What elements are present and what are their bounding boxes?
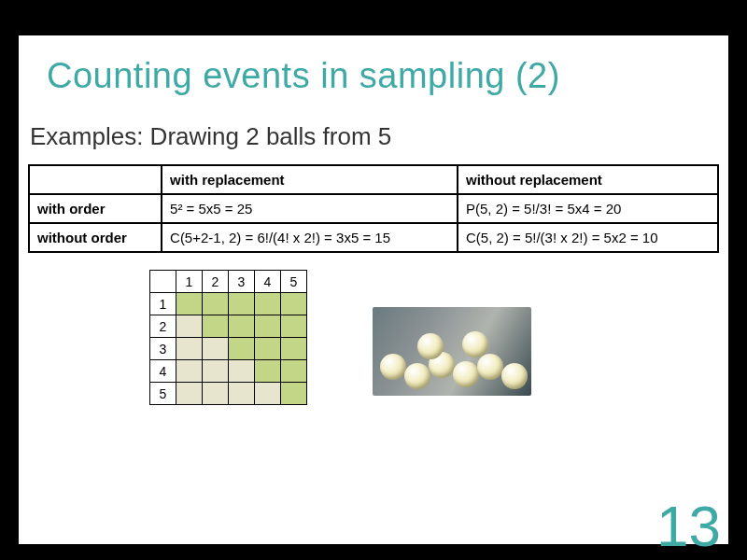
slide-subtitle: Examples: Drawing 2 balls from 5	[19, 105, 728, 159]
grid-cell	[229, 383, 255, 405]
row-header-without-order: without order	[29, 223, 162, 252]
grid-cell	[229, 338, 255, 360]
cell-with-order-without-replacement: P(5, 2) = 5!/3! = 5x4 = 20	[458, 194, 718, 223]
cell-without-order-with-replacement: C(5+2-1, 2) = 6!/(4! x 2!) = 3x5 = 15	[162, 223, 458, 252]
grid-cell	[203, 293, 229, 315]
grid-cell	[255, 315, 281, 338]
cell-without-order-without-replacement: C(5, 2) = 5!/(3! x 2!) = 5x2 = 10	[458, 223, 718, 252]
grid-cell	[203, 383, 229, 405]
grid-row-header: 2	[150, 315, 176, 338]
row-header-with-order: with order	[29, 194, 162, 223]
grid-col-header: 2	[203, 271, 229, 293]
grid-cell	[255, 360, 281, 383]
grid-cell	[255, 293, 281, 315]
grid-cell	[203, 338, 229, 360]
combinatorial-grid: 1 2 3 4 5 1 2	[149, 270, 307, 405]
grid-cell	[203, 360, 229, 383]
table-corner	[29, 165, 162, 194]
grid-cell	[229, 360, 255, 383]
grid-corner	[150, 271, 176, 293]
lower-content: 1 2 3 4 5 1 2	[149, 270, 728, 405]
grid-col-header: 4	[255, 271, 281, 293]
grid-col-header: 1	[176, 271, 203, 293]
col-header-without-replacement: without replacement	[458, 165, 718, 194]
grid-cell	[229, 293, 255, 315]
grid-col-header: 3	[229, 271, 255, 293]
grid-col-header: 5	[281, 271, 307, 293]
grid-cell	[176, 315, 203, 338]
grid-cell	[255, 338, 281, 360]
grid-cell	[176, 383, 203, 405]
grid-row-header: 3	[150, 338, 176, 360]
grid-cell	[255, 383, 281, 405]
slide-title: Counting events in sampling (2)	[19, 35, 728, 105]
cell-with-order-with-replacement: 5² = 5x5 = 25	[162, 194, 458, 223]
slide: Counting events in sampling (2) Examples…	[19, 35, 728, 544]
grid-cell	[229, 315, 255, 338]
grid-cell	[203, 315, 229, 338]
grid-cell	[281, 383, 307, 405]
grid-cell	[281, 360, 307, 383]
grid-cell	[176, 360, 203, 383]
grid-row-header: 5	[150, 383, 176, 405]
col-header-with-replacement: with replacement	[162, 165, 458, 194]
grid-cell	[281, 315, 307, 338]
grid-cell	[176, 293, 203, 315]
grid-cell	[176, 338, 203, 360]
grid-row-header: 4	[150, 360, 176, 383]
lottery-balls-image	[373, 307, 531, 396]
grid-row-header: 1	[150, 293, 176, 315]
page-number: 13	[656, 497, 721, 555]
formula-table: with replacement without replacement wit…	[28, 164, 719, 253]
grid-cell	[281, 293, 307, 315]
grid-cell	[281, 338, 307, 360]
